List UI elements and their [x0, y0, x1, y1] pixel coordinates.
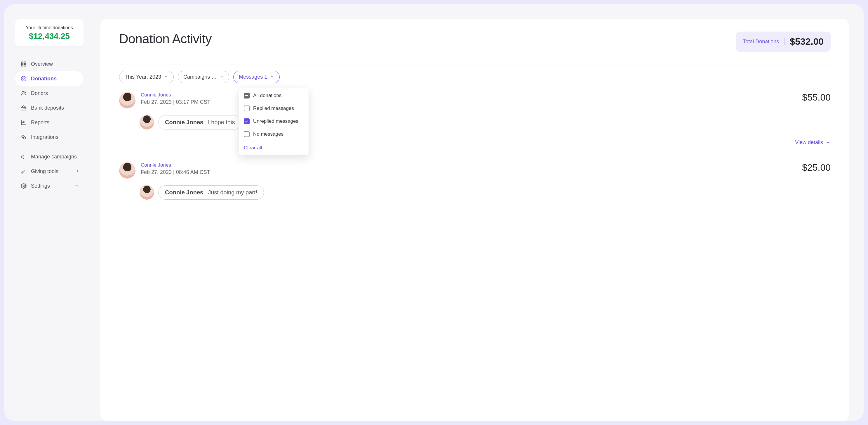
- svg-rect-3: [24, 65, 26, 66]
- message-author: Connie Jones: [165, 189, 203, 196]
- checkbox-empty-icon: [244, 131, 250, 137]
- sidebar-item-label: Reports: [31, 119, 49, 126]
- main-header: Donation Activity Total Donations $532.0…: [119, 32, 831, 52]
- messages-filter-dropdown: All donations Replied messages Unreplied…: [239, 88, 309, 155]
- filter-messages[interactable]: Messages 1: [233, 71, 280, 83]
- donation-amount: $55.00: [802, 92, 831, 103]
- nav-divider: [15, 147, 84, 147]
- lifetime-label: Your lifetime donations: [18, 25, 81, 30]
- total-donations-label: Total Donations: [743, 38, 784, 45]
- sidebar-item-settings[interactable]: Settings: [15, 178, 84, 193]
- activity-row-left: Connie Jones Feb 27, 2023 | 03:17 PM CST: [119, 92, 211, 108]
- main-panel: Donation Activity Total Donations $532.0…: [100, 19, 849, 421]
- message-pill[interactable]: Connie Jones I hope this: [158, 115, 242, 130]
- sidebar-item-integrations[interactable]: Integrations: [15, 130, 84, 144]
- message-text: I hope this: [208, 119, 235, 126]
- heart-icon: [21, 76, 27, 82]
- activity-row-header: Connie Jones Feb 27, 2023 | 03:17 PM CST…: [119, 92, 831, 108]
- dropdown-option-label: Replied messages: [253, 106, 294, 111]
- sidebar-item-label: Donations: [31, 76, 57, 82]
- sidebar-item-donations[interactable]: Donations: [15, 71, 84, 86]
- chevron-down-icon: [825, 140, 831, 145]
- checkbox-checked-icon: [244, 118, 250, 124]
- dropdown-option-unreplied[interactable]: Unreplied messages: [239, 115, 309, 128]
- chevron-down-icon: [270, 74, 274, 80]
- avatar: [119, 92, 135, 108]
- message-text: Just doing my part!: [208, 189, 257, 196]
- svg-point-9: [22, 172, 23, 173]
- sidebar-item-label: Bank deposits: [31, 105, 64, 111]
- chevron-down-icon: [75, 183, 80, 189]
- sidebar-item-reports[interactable]: Reports: [15, 115, 84, 130]
- dropdown-option-all-donations[interactable]: All donations: [239, 88, 309, 102]
- chevron-down-icon: [220, 74, 224, 80]
- svg-point-10: [23, 185, 25, 187]
- sidebar-item-bank-deposits[interactable]: Bank deposits: [15, 101, 84, 115]
- page-title: Donation Activity: [119, 32, 212, 46]
- donor-name-link[interactable]: Connie Jones: [141, 162, 210, 168]
- filter-campaigns[interactable]: Campaigns …: [178, 71, 229, 83]
- svg-point-6: [24, 92, 26, 93]
- dropdown-option-replied[interactable]: Replied messages: [239, 102, 309, 115]
- sidebar-item-overview[interactable]: Overview: [15, 57, 84, 71]
- svg-point-5: [22, 91, 24, 93]
- users-icon: [21, 90, 27, 96]
- activity-list: Connie Jones Feb 27, 2023 | 03:17 PM CST…: [119, 92, 831, 208]
- sidebar-item-label: Integrations: [31, 134, 58, 140]
- lifetime-amount: $12,434.25: [18, 32, 81, 41]
- checkbox-indeterminate-icon: [244, 93, 250, 98]
- sidebar-item-manage-campaigns[interactable]: Manage campaigns: [15, 149, 84, 164]
- message-author: Connie Jones: [165, 119, 203, 126]
- filter-label: Campaigns …: [183, 74, 217, 80]
- sidebar: Your lifetime donations $12,434.25 Overv…: [4, 4, 95, 421]
- donation-amount: $25.00: [802, 162, 831, 173]
- filter-label: Messages 1: [239, 74, 267, 80]
- bank-icon: [21, 105, 27, 111]
- lifetime-donations-card: Your lifetime donations $12,434.25: [15, 19, 84, 46]
- svg-rect-0: [22, 62, 23, 64]
- filter-bar: This Year: 2023 Campaigns … Messages 1 A…: [119, 71, 831, 83]
- message-row: Connie Jones I hope this: [119, 115, 831, 130]
- sidebar-item-label: Giving tools: [31, 168, 58, 174]
- message-row: Connie Jones Just doing my part!: [119, 185, 831, 200]
- dropdown-option-label: All donations: [253, 93, 281, 98]
- rocket-icon: [21, 168, 27, 174]
- donation-timestamp: Feb 27, 2023 | 08:46 AM CST: [141, 169, 210, 175]
- sidebar-item-label: Overview: [31, 61, 53, 67]
- chevron-down-icon: [164, 74, 168, 80]
- dropdown-option-label: No messages: [253, 131, 283, 137]
- svg-point-8: [23, 137, 25, 139]
- sidebar-item-giving-tools[interactable]: Giving tools: [15, 164, 84, 178]
- donor-name-link[interactable]: Connie Jones: [141, 92, 211, 98]
- filter-label: This Year: 2023: [125, 74, 161, 80]
- total-donations-amount: $532.00: [790, 36, 824, 47]
- dropdown-option-label: Unreplied messages: [253, 118, 299, 124]
- message-pill[interactable]: Connie Jones Just doing my part!: [158, 185, 264, 200]
- sidebar-item-label: Settings: [31, 183, 50, 189]
- dropdown-option-no-messages[interactable]: No messages: [239, 128, 309, 141]
- activity-row: Connie Jones Feb 27, 2023 | 03:17 PM CST…: [119, 92, 831, 154]
- dropdown-clear-all[interactable]: Clear all: [239, 141, 309, 155]
- activity-row-header: Connie Jones Feb 27, 2023 | 08:46 AM CST…: [119, 162, 831, 178]
- activity-row-left: Connie Jones Feb 27, 2023 | 08:46 AM CST: [119, 162, 210, 178]
- view-details-label: View details: [795, 139, 823, 146]
- svg-rect-1: [24, 62, 26, 64]
- primary-nav: Overview Donations Donors Bank deposits: [15, 57, 84, 193]
- svg-point-4: [21, 76, 26, 81]
- filter-year[interactable]: This Year: 2023: [119, 71, 174, 83]
- avatar: [140, 115, 154, 130]
- avatar: [140, 185, 154, 200]
- app-frame: Your lifetime donations $12,434.25 Overv…: [4, 4, 864, 421]
- gear-icon: [21, 183, 27, 189]
- checkbox-empty-icon: [244, 106, 250, 111]
- link-icon: [21, 134, 27, 140]
- total-donations-box: Total Donations $532.00: [736, 32, 831, 52]
- svg-point-7: [22, 135, 24, 137]
- svg-rect-2: [22, 65, 23, 66]
- chevron-right-icon: [75, 168, 80, 174]
- view-details-toggle[interactable]: View details: [119, 139, 831, 146]
- donation-timestamp: Feb 27, 2023 | 03:17 PM CST: [141, 99, 211, 105]
- avatar: [119, 162, 135, 178]
- sidebar-item-label: Manage campaigns: [31, 154, 77, 160]
- sidebar-item-donors[interactable]: Donors: [15, 86, 84, 101]
